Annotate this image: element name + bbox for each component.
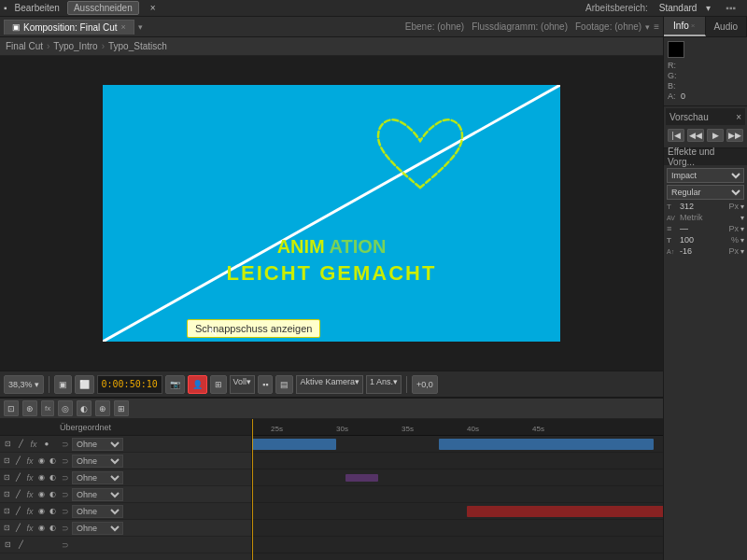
transparency-btn[interactable]: ▪▪ <box>258 375 273 394</box>
parent-select-5[interactable]: Ohne <box>72 505 123 518</box>
layer-fx-icon[interactable]: fx <box>25 455 35 467</box>
layer-lock-icon[interactable]: ╱ <box>15 439 26 450</box>
zoom-select[interactable]: 38,3% ▾ <box>4 375 44 394</box>
menu-bearbeiten[interactable]: Bearbeiten <box>15 3 60 13</box>
grid-btn[interactable]: ⊞ <box>210 375 227 394</box>
preview-next-frame[interactable]: ▶▶ <box>726 129 743 142</box>
layer-fx-icon[interactable]: fx <box>28 439 39 450</box>
preview-prev-frame[interactable]: ◀◀ <box>687 129 704 142</box>
preview-play[interactable]: ▶ <box>707 129 724 142</box>
layer-blend-icon[interactable]: ◐ <box>49 472 58 483</box>
layer-lock-icon[interactable]: ╱ <box>13 472 22 483</box>
spacing-row: ≡ — Px ▾ <box>667 224 744 233</box>
breadcrumb-item-1[interactable]: Final Cut <box>6 41 43 51</box>
layer-row[interactable]: ⊡ ╱ fx ◉ ◐ ⊃ Ohne <box>0 486 251 503</box>
style-select[interactable]: Regular <box>667 185 744 200</box>
menu-close[interactable]: × <box>150 3 156 13</box>
layer-row[interactable]: ⊡ ╱ ⊃ <box>0 537 251 553</box>
color-a-row: A: 0 <box>668 91 743 101</box>
layer-motion-icon[interactable]: ◉ <box>36 455 46 467</box>
layer-fx-icon[interactable]: fx <box>25 523 35 534</box>
layer-fx-icon[interactable]: fx <box>25 472 35 483</box>
menu-ausschneiden[interactable]: Ausschneiden <box>67 1 139 15</box>
font-size-dropdown[interactable]: ▾ <box>740 203 744 211</box>
percent-value[interactable]: 100 <box>680 235 729 245</box>
layer-visibility-icon[interactable]: ⊡ <box>2 472 11 483</box>
tl-icon-btn-2[interactable]: ⊛ <box>22 400 37 416</box>
layer-fx-icon[interactable]: fx <box>25 489 35 500</box>
tab-audio[interactable]: Audio <box>706 17 748 36</box>
layer-row[interactable]: ⊡ ╱ fx ● ⊃ Ohne <box>0 436 251 453</box>
tl-icon-btn-4[interactable]: ◐ <box>77 400 92 416</box>
footage-dropdown[interactable]: ▾ <box>645 22 650 32</box>
layer-visibility-icon[interactable]: ⊡ <box>2 439 13 450</box>
comp-tab-final-cut[interactable]: ▣ Komposition: Final Cut × <box>4 20 134 35</box>
parent-select-6[interactable]: Ohne <box>72 522 123 535</box>
snapshot-btn[interactable]: 👤 <box>188 375 207 394</box>
tab-info-close[interactable]: × <box>691 21 696 30</box>
tl-icon-btn-1[interactable]: ⊡ <box>4 400 19 416</box>
offset-dropdown[interactable]: ▾ <box>740 247 744 256</box>
layer-motion-icon[interactable]: ◉ <box>36 472 46 483</box>
preview-close[interactable]: × <box>736 112 741 122</box>
layer-blend-icon[interactable]: ◐ <box>49 489 58 500</box>
layer-visibility-icon[interactable]: ⊡ <box>2 523 11 534</box>
layer-row[interactable]: ⊡ ╱ fx ◉ ◐ ⊃ Ohne <box>0 469 251 486</box>
preview-first-frame[interactable]: |◀ <box>668 129 684 142</box>
layer-lock-icon[interactable]: ╱ <box>15 539 26 551</box>
layer-visibility-icon[interactable]: ⊡ <box>2 506 11 517</box>
camera-snap-btn[interactable]: 📷 <box>165 375 185 394</box>
percent-dropdown[interactable]: ▾ <box>740 236 744 245</box>
layer-blend-icon[interactable]: ◐ <box>49 455 58 467</box>
layer-lock-icon[interactable]: ╱ <box>13 523 22 534</box>
layer-motion-icon[interactable]: ◉ <box>36 489 46 500</box>
quality-select[interactable]: Voll▾ <box>230 375 256 394</box>
parent-select-3[interactable]: Ohne <box>72 471 123 484</box>
layer-visibility-icon[interactable]: ⊡ <box>2 489 11 500</box>
breadcrumb-sep-1: › <box>47 41 49 51</box>
comp-tab-close[interactable]: × <box>121 22 126 32</box>
offset-display[interactable]: +0,0 <box>412 375 438 394</box>
panel-close[interactable]: ≡ <box>654 21 659 32</box>
layer-color-icon[interactable]: ● <box>41 439 52 450</box>
spacing-dropdown[interactable]: ▾ <box>740 225 744 233</box>
render-region-btn[interactable]: ▤ <box>275 375 293 394</box>
arbeitsbereich-select[interactable]: Standard <box>659 3 698 13</box>
comp-tab-arrow[interactable]: ▾ <box>138 22 151 32</box>
layer-motion-icon[interactable]: ◉ <box>36 506 46 517</box>
parent-select-1[interactable]: Ohne <box>72 438 123 451</box>
layer-lock-icon[interactable]: ╱ <box>13 455 22 467</box>
tab-info[interactable]: Info × <box>664 17 706 36</box>
tl-icon-btn-6[interactable]: ⊞ <box>114 400 129 416</box>
font-size-value[interactable]: 312 <box>680 202 726 211</box>
layer-visibility-icon[interactable]: ⊡ <box>2 455 11 467</box>
preview-header[interactable]: Vorschau × <box>666 108 745 125</box>
arbeitsbereich-dropdown[interactable]: ▾ <box>706 3 711 13</box>
timecode-display[interactable]: 0:00:50:10 <box>97 375 162 394</box>
layer-row[interactable]: ⊡ ╱ fx ◉ ◐ ⊃ Ohne <box>0 453 251 469</box>
layer-motion-icon[interactable]: ◉ <box>36 523 46 534</box>
layer-fx-icon[interactable]: fx <box>25 506 35 517</box>
breadcrumb-item-3[interactable]: Typo_Statisch <box>108 41 167 51</box>
offset-value[interactable]: -16 <box>680 246 726 256</box>
tl-icon-btn-3[interactable]: ◎ <box>58 400 73 416</box>
layer-lock-icon[interactable]: ╱ <box>13 506 22 517</box>
percent-T-icon: T <box>667 236 678 245</box>
layer-visibility-icon[interactable]: ⊡ <box>2 539 13 551</box>
region-btn[interactable]: ▣ <box>54 375 72 394</box>
tl-fx-btn[interactable]: fx <box>41 400 54 416</box>
layer-blend-icon[interactable]: ◐ <box>49 506 58 517</box>
parent-select-4[interactable]: Ohne <box>72 488 123 501</box>
font-select[interactable]: Impact <box>667 168 744 183</box>
layer-row[interactable]: ⊡ ╱ fx ◉ ◐ ⊃ Ohne <box>0 520 251 537</box>
parent-select-2[interactable]: Ohne <box>72 455 123 468</box>
layer-row[interactable]: ⊡ ╱ fx ◉ ◐ ⊃ Ohne <box>0 503 251 520</box>
layer-blend-icon[interactable]: ◐ <box>49 523 58 534</box>
views-select[interactable]: 1 Ans.▾ <box>366 375 402 394</box>
metric-dropdown[interactable]: ▾ <box>740 214 744 222</box>
camera-select[interactable]: Aktive Kamera▾ <box>296 375 363 394</box>
breadcrumb-item-2[interactable]: Typo_Intro <box>53 41 97 51</box>
layer-lock-icon[interactable]: ╱ <box>13 489 22 500</box>
mask-btn[interactable]: ⬜ <box>75 375 94 394</box>
tl-icon-btn-5[interactable]: ⊕ <box>95 400 110 416</box>
